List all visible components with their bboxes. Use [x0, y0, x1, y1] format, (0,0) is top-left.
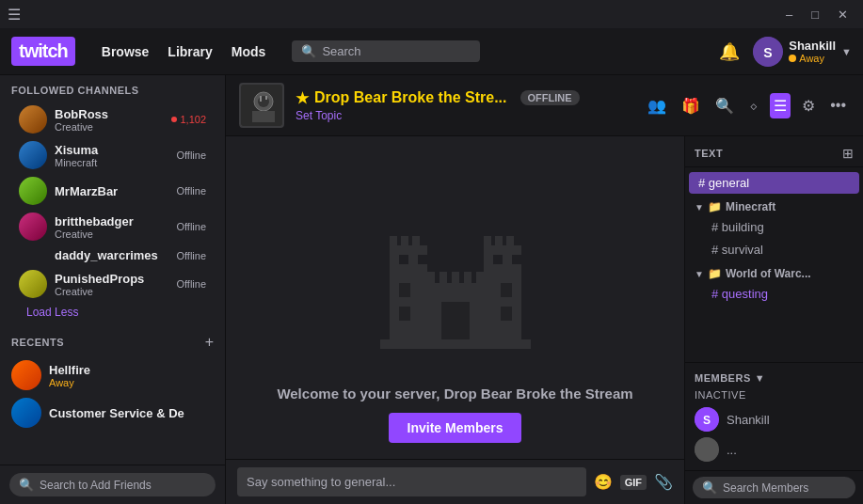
search-friends-input[interactable]	[40, 479, 206, 492]
sidebar-search[interactable]: 🔍	[0, 465, 225, 504]
user-avatar: S	[753, 37, 783, 67]
channel-name-daddy: daddy_warcrimes	[55, 248, 168, 262]
svg-rect-8	[380, 339, 531, 349]
category-minecraft-label: Minecraft	[726, 200, 775, 213]
add-channel-button[interactable]: ⊞	[842, 146, 854, 161]
channel-info-mrmarzbar: MrMarzBar	[55, 184, 168, 198]
channel-name-general: # general	[698, 176, 850, 190]
chat-input-bar: 😊 GIF 📎	[226, 459, 684, 504]
chat-input[interactable]	[237, 467, 586, 496]
sidebar-item-punished[interactable]: PunishedProps Creative Offline	[11, 266, 214, 302]
sidebar-item-britt[interactable]: britthebadger Creative Offline	[11, 209, 214, 244]
live-dot-bobross	[171, 117, 177, 122]
avatar-punished	[19, 270, 47, 298]
clip-icon[interactable]: 📎	[654, 473, 673, 491]
close-button[interactable]: ✕	[830, 6, 855, 24]
svg-rect-26	[452, 272, 459, 286]
channel-info-britt: britthebadger Creative	[55, 214, 168, 240]
bell-icon[interactable]: 🔔	[719, 41, 740, 62]
avatar-britt	[19, 213, 47, 241]
channel-building[interactable]: # building	[689, 216, 859, 238]
recent-info-hellfire: Hellfire Away	[49, 363, 90, 388]
settings-icon-button[interactable]: ⚙	[798, 93, 819, 118]
channel-info-bobross: BobRoss Creative	[55, 107, 164, 133]
svg-rect-21	[495, 236, 503, 250]
search-input[interactable]	[322, 44, 471, 58]
search-channel-button[interactable]: 🔍	[711, 93, 738, 118]
members-dropdown-icon: ▼	[755, 372, 765, 384]
member-shankill[interactable]: S Shankill	[685, 404, 863, 434]
avatar-mrmarzbar	[19, 177, 47, 205]
user-avatar-wrap[interactable]: S Shankill Away ▼	[753, 37, 852, 67]
sidebar-item-daddy[interactable]: daddy_warcrimes Offline	[11, 244, 214, 266]
channel-game-britt: Creative	[55, 228, 168, 240]
svg-rect-27	[464, 272, 471, 286]
recents-header: Recents +	[0, 328, 225, 356]
search-bar[interactable]: 🔍	[292, 40, 480, 62]
channel-questing[interactable]: # questing	[689, 283, 859, 305]
channel-header: ★ Drop Bear Broke the Stre... OFFLINE Se…	[226, 75, 863, 136]
members-header: MEMBERS ▼	[685, 369, 863, 387]
sidebar: Followed Channels BobRoss Creative 1,102…	[0, 75, 226, 504]
chat-area: Welcome to your server, Drop Bear Broke …	[226, 136, 863, 504]
svg-rect-22	[506, 236, 514, 250]
offline-daddy: Offline	[176, 250, 206, 261]
category-wow[interactable]: ▼ 📁 World of Warc...	[685, 261, 863, 282]
menu-icon[interactable]: ☰	[8, 6, 21, 24]
recent-cs[interactable]: Customer Service & De	[0, 394, 225, 432]
logo-text: twitch	[19, 40, 68, 62]
invite-members-button[interactable]: Invite Members	[389, 413, 522, 443]
more-icon-button[interactable]: •••	[826, 93, 850, 118]
recent-hellfire[interactable]: Hellfire Away	[0, 356, 225, 394]
channel-info-xisuma: Xisuma Minecraft	[55, 143, 168, 168]
offline-britt: Offline	[176, 221, 206, 232]
nav-library[interactable]: Library	[168, 44, 212, 59]
nav-mods[interactable]: Mods	[232, 44, 266, 59]
gif-button[interactable]: GIF	[620, 475, 647, 490]
channel-name-building: # building	[711, 220, 850, 234]
member-unknown[interactable]: ...	[685, 434, 863, 465]
maximize-button[interactable]: □	[804, 6, 826, 24]
search-members-input[interactable]	[723, 481, 863, 495]
sidebar-item-bobross[interactable]: BobRoss Creative 1,102	[11, 102, 214, 137]
offline-badge: OFFLINE	[520, 90, 580, 105]
sidebar-item-xisuma[interactable]: Xisuma Minecraft Offline	[11, 137, 214, 173]
minimize-button[interactable]: –	[778, 6, 800, 24]
channel-name-bobross: BobRoss	[55, 107, 164, 121]
recent-status-hellfire: Away	[49, 377, 90, 388]
sidebar-search-inner: 🔍	[9, 473, 216, 496]
members-section: MEMBERS ▼ INACTIVE S Shankill	[685, 362, 863, 470]
chat-icon-button[interactable]: ☰	[770, 93, 791, 118]
offline-punished: Offline	[176, 278, 206, 290]
svg-rect-34	[501, 307, 512, 321]
channel-survival[interactable]: # survival	[689, 239, 859, 260]
channel-general[interactable]: # general	[689, 172, 859, 194]
gift-icon-button[interactable]: 🎁	[678, 93, 704, 118]
star-icon: ★	[296, 89, 309, 107]
members-search[interactable]: 🔍	[685, 470, 863, 504]
set-topic-button[interactable]: Set Topic	[296, 109, 632, 122]
search-friends-icon: 🔍	[19, 478, 34, 492]
svg-text:S: S	[764, 45, 773, 60]
emoji-icon[interactable]: 😊	[594, 473, 613, 491]
load-less-button[interactable]: Load Less	[11, 302, 214, 323]
svg-rect-28	[476, 272, 484, 286]
recents-title: Recents	[11, 337, 64, 348]
layers-icon-button[interactable]: ⬦	[745, 93, 762, 118]
svg-rect-20	[484, 236, 491, 250]
navbar-right: 🔔 S Shankill Away ▼	[719, 37, 852, 67]
sidebar-item-mrmarzbar[interactable]: MrMarzBar Offline	[11, 173, 214, 209]
svg-rect-24	[427, 272, 435, 286]
titlebar-controls: – □ ✕	[778, 6, 855, 24]
avatar-bobross	[19, 105, 47, 134]
add-recent-button[interactable]: +	[205, 334, 214, 351]
channel-header-avatar	[239, 83, 284, 128]
channel-name-britt: britthebadger	[55, 214, 168, 228]
team-icon-button[interactable]: 👥	[644, 93, 670, 118]
navbar: twitch Browse Library Mods 🔍 🔔 S Shankil…	[0, 28, 863, 75]
nav-browse[interactable]: Browse	[102, 44, 150, 59]
category-minecraft[interactable]: ▼ 📁 Minecraft	[685, 195, 863, 215]
svg-rect-33	[501, 283, 512, 297]
svg-rect-30	[441, 302, 470, 321]
svg-rect-4	[252, 111, 275, 122]
